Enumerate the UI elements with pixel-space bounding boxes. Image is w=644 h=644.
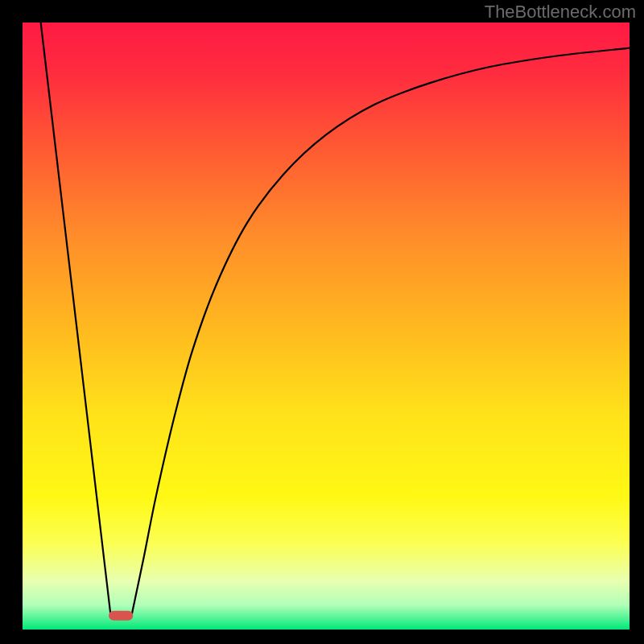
plot-area: [23, 23, 630, 630]
optimal-marker: [109, 611, 133, 621]
bottleneck-chart: [0, 0, 644, 644]
watermark-text: TheBottleneck.com: [485, 2, 636, 23]
chart-container: TheBottleneck.com: [0, 0, 644, 644]
